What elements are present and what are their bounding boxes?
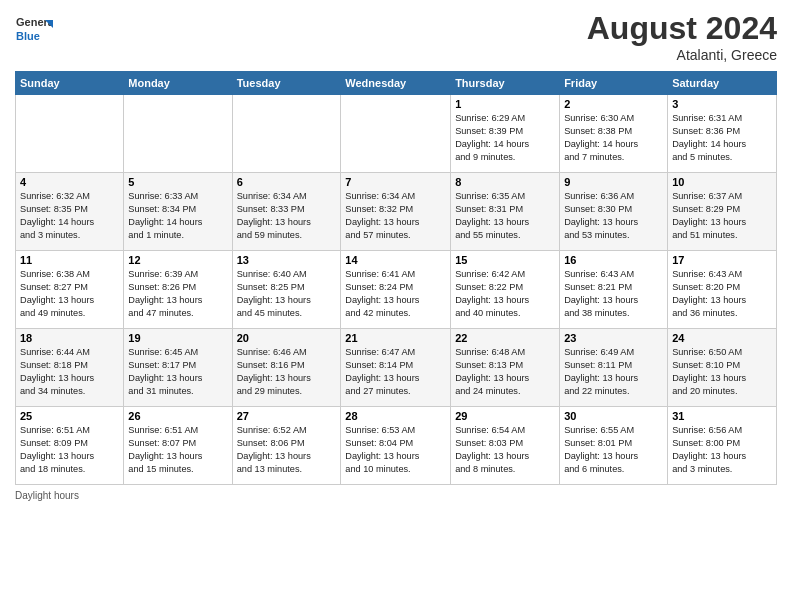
day-cell-1 bbox=[124, 95, 232, 173]
day-info: Sunrise: 6:37 AM Sunset: 8:29 PM Dayligh… bbox=[672, 190, 772, 242]
day-cell-0 bbox=[16, 95, 124, 173]
day-cell-30: 27Sunrise: 6:52 AM Sunset: 8:06 PM Dayli… bbox=[232, 407, 341, 485]
day-info: Sunrise: 6:31 AM Sunset: 8:36 PM Dayligh… bbox=[672, 112, 772, 164]
day-cell-3 bbox=[341, 95, 451, 173]
logo-svg: General Blue bbox=[15, 10, 53, 48]
day-cell-22: 19Sunrise: 6:45 AM Sunset: 8:17 PM Dayli… bbox=[124, 329, 232, 407]
day-cell-12: 9Sunrise: 6:36 AM Sunset: 8:30 PM Daylig… bbox=[560, 173, 668, 251]
day-number: 28 bbox=[345, 410, 446, 422]
weekday-wednesday: Wednesday bbox=[341, 72, 451, 95]
day-info: Sunrise: 6:29 AM Sunset: 8:39 PM Dayligh… bbox=[455, 112, 555, 164]
day-cell-33: 30Sunrise: 6:55 AM Sunset: 8:01 PM Dayli… bbox=[560, 407, 668, 485]
day-number: 10 bbox=[672, 176, 772, 188]
day-cell-21: 18Sunrise: 6:44 AM Sunset: 8:18 PM Dayli… bbox=[16, 329, 124, 407]
weekday-header-row: SundayMondayTuesdayWednesdayThursdayFrid… bbox=[16, 72, 777, 95]
day-info: Sunrise: 6:36 AM Sunset: 8:30 PM Dayligh… bbox=[564, 190, 663, 242]
week-row-1: 4Sunrise: 6:32 AM Sunset: 8:35 PM Daylig… bbox=[16, 173, 777, 251]
title-block: August 2024 Atalanti, Greece bbox=[587, 10, 777, 63]
weekday-saturday: Saturday bbox=[668, 72, 777, 95]
day-info: Sunrise: 6:54 AM Sunset: 8:03 PM Dayligh… bbox=[455, 424, 555, 476]
day-number: 30 bbox=[564, 410, 663, 422]
day-number: 4 bbox=[20, 176, 119, 188]
day-number: 29 bbox=[455, 410, 555, 422]
day-number: 24 bbox=[672, 332, 772, 344]
day-cell-8: 5Sunrise: 6:33 AM Sunset: 8:34 PM Daylig… bbox=[124, 173, 232, 251]
day-number: 7 bbox=[345, 176, 446, 188]
day-number: 14 bbox=[345, 254, 446, 266]
day-cell-4: 1Sunrise: 6:29 AM Sunset: 8:39 PM Daylig… bbox=[451, 95, 560, 173]
day-cell-16: 13Sunrise: 6:40 AM Sunset: 8:25 PM Dayli… bbox=[232, 251, 341, 329]
day-cell-24: 21Sunrise: 6:47 AM Sunset: 8:14 PM Dayli… bbox=[341, 329, 451, 407]
day-cell-20: 17Sunrise: 6:43 AM Sunset: 8:20 PM Dayli… bbox=[668, 251, 777, 329]
day-cell-23: 20Sunrise: 6:46 AM Sunset: 8:16 PM Dayli… bbox=[232, 329, 341, 407]
week-row-4: 25Sunrise: 6:51 AM Sunset: 8:09 PM Dayli… bbox=[16, 407, 777, 485]
day-number: 31 bbox=[672, 410, 772, 422]
weekday-monday: Monday bbox=[124, 72, 232, 95]
day-info: Sunrise: 6:46 AM Sunset: 8:16 PM Dayligh… bbox=[237, 346, 337, 398]
day-cell-19: 16Sunrise: 6:43 AM Sunset: 8:21 PM Dayli… bbox=[560, 251, 668, 329]
day-info: Sunrise: 6:42 AM Sunset: 8:22 PM Dayligh… bbox=[455, 268, 555, 320]
day-cell-14: 11Sunrise: 6:38 AM Sunset: 8:27 PM Dayli… bbox=[16, 251, 124, 329]
day-info: Sunrise: 6:52 AM Sunset: 8:06 PM Dayligh… bbox=[237, 424, 337, 476]
day-number: 23 bbox=[564, 332, 663, 344]
week-row-2: 11Sunrise: 6:38 AM Sunset: 8:27 PM Dayli… bbox=[16, 251, 777, 329]
footer-label: Daylight hours bbox=[15, 490, 79, 501]
day-number: 27 bbox=[237, 410, 337, 422]
logo: General Blue bbox=[15, 10, 53, 48]
day-number: 11 bbox=[20, 254, 119, 266]
day-cell-32: 29Sunrise: 6:54 AM Sunset: 8:03 PM Dayli… bbox=[451, 407, 560, 485]
day-cell-7: 4Sunrise: 6:32 AM Sunset: 8:35 PM Daylig… bbox=[16, 173, 124, 251]
day-info: Sunrise: 6:30 AM Sunset: 8:38 PM Dayligh… bbox=[564, 112, 663, 164]
day-info: Sunrise: 6:51 AM Sunset: 8:09 PM Dayligh… bbox=[20, 424, 119, 476]
day-info: Sunrise: 6:44 AM Sunset: 8:18 PM Dayligh… bbox=[20, 346, 119, 398]
day-number: 15 bbox=[455, 254, 555, 266]
day-info: Sunrise: 6:49 AM Sunset: 8:11 PM Dayligh… bbox=[564, 346, 663, 398]
day-cell-5: 2Sunrise: 6:30 AM Sunset: 8:38 PM Daylig… bbox=[560, 95, 668, 173]
calendar-body: 1Sunrise: 6:29 AM Sunset: 8:39 PM Daylig… bbox=[16, 95, 777, 485]
day-info: Sunrise: 6:34 AM Sunset: 8:32 PM Dayligh… bbox=[345, 190, 446, 242]
day-number: 18 bbox=[20, 332, 119, 344]
day-cell-2 bbox=[232, 95, 341, 173]
day-cell-9: 6Sunrise: 6:34 AM Sunset: 8:33 PM Daylig… bbox=[232, 173, 341, 251]
day-number: 3 bbox=[672, 98, 772, 110]
month-year: August 2024 bbox=[587, 10, 777, 47]
day-info: Sunrise: 6:53 AM Sunset: 8:04 PM Dayligh… bbox=[345, 424, 446, 476]
day-number: 2 bbox=[564, 98, 663, 110]
day-cell-25: 22Sunrise: 6:48 AM Sunset: 8:13 PM Dayli… bbox=[451, 329, 560, 407]
day-info: Sunrise: 6:45 AM Sunset: 8:17 PM Dayligh… bbox=[128, 346, 227, 398]
day-number: 25 bbox=[20, 410, 119, 422]
day-info: Sunrise: 6:50 AM Sunset: 8:10 PM Dayligh… bbox=[672, 346, 772, 398]
day-info: Sunrise: 6:35 AM Sunset: 8:31 PM Dayligh… bbox=[455, 190, 555, 242]
footer: Daylight hours bbox=[15, 490, 777, 501]
weekday-sunday: Sunday bbox=[16, 72, 124, 95]
day-number: 17 bbox=[672, 254, 772, 266]
day-number: 5 bbox=[128, 176, 227, 188]
weekday-friday: Friday bbox=[560, 72, 668, 95]
day-number: 22 bbox=[455, 332, 555, 344]
weekday-tuesday: Tuesday bbox=[232, 72, 341, 95]
day-cell-6: 3Sunrise: 6:31 AM Sunset: 8:36 PM Daylig… bbox=[668, 95, 777, 173]
day-cell-10: 7Sunrise: 6:34 AM Sunset: 8:32 PM Daylig… bbox=[341, 173, 451, 251]
day-info: Sunrise: 6:48 AM Sunset: 8:13 PM Dayligh… bbox=[455, 346, 555, 398]
calendar-table: SundayMondayTuesdayWednesdayThursdayFrid… bbox=[15, 71, 777, 485]
day-info: Sunrise: 6:56 AM Sunset: 8:00 PM Dayligh… bbox=[672, 424, 772, 476]
day-cell-13: 10Sunrise: 6:37 AM Sunset: 8:29 PM Dayli… bbox=[668, 173, 777, 251]
day-info: Sunrise: 6:33 AM Sunset: 8:34 PM Dayligh… bbox=[128, 190, 227, 242]
day-info: Sunrise: 6:47 AM Sunset: 8:14 PM Dayligh… bbox=[345, 346, 446, 398]
day-info: Sunrise: 6:55 AM Sunset: 8:01 PM Dayligh… bbox=[564, 424, 663, 476]
day-cell-29: 26Sunrise: 6:51 AM Sunset: 8:07 PM Dayli… bbox=[124, 407, 232, 485]
day-number: 1 bbox=[455, 98, 555, 110]
day-info: Sunrise: 6:40 AM Sunset: 8:25 PM Dayligh… bbox=[237, 268, 337, 320]
page: General Blue August 2024 Atalanti, Greec… bbox=[0, 0, 792, 612]
day-cell-31: 28Sunrise: 6:53 AM Sunset: 8:04 PM Dayli… bbox=[341, 407, 451, 485]
day-number: 8 bbox=[455, 176, 555, 188]
day-number: 12 bbox=[128, 254, 227, 266]
week-row-3: 18Sunrise: 6:44 AM Sunset: 8:18 PM Dayli… bbox=[16, 329, 777, 407]
day-number: 9 bbox=[564, 176, 663, 188]
day-info: Sunrise: 6:43 AM Sunset: 8:21 PM Dayligh… bbox=[564, 268, 663, 320]
day-number: 26 bbox=[128, 410, 227, 422]
day-info: Sunrise: 6:32 AM Sunset: 8:35 PM Dayligh… bbox=[20, 190, 119, 242]
day-cell-15: 12Sunrise: 6:39 AM Sunset: 8:26 PM Dayli… bbox=[124, 251, 232, 329]
day-number: 13 bbox=[237, 254, 337, 266]
day-info: Sunrise: 6:38 AM Sunset: 8:27 PM Dayligh… bbox=[20, 268, 119, 320]
